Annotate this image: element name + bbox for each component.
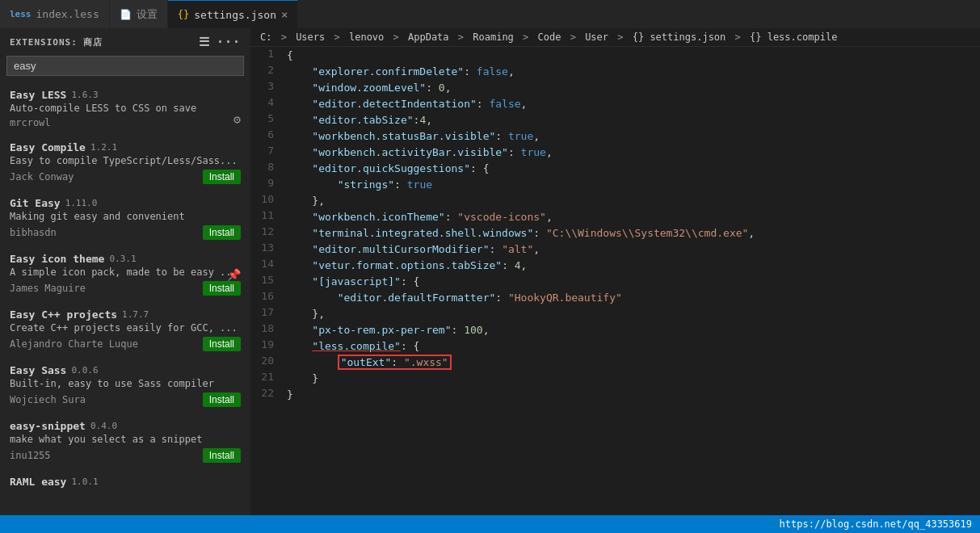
code-row-1: 1 { [250,47,980,63]
ext-name-easy-cpp: Easy C++ projects [10,308,117,321]
list-icon[interactable]: ☰ [199,35,210,49]
ext-item-raml-easy[interactable]: RAML easy 1.0.1 [0,469,250,496]
code-row-22: 22 } [250,386,980,402]
ext-footer-easy-snippet: inu1255 Install [10,448,241,463]
breadcrumb-appdata: AppData [408,31,449,43]
breadcrumb-less-compile: {} less.compile [750,31,837,43]
ext-version-easy-less: 1.6.3 [71,90,98,100]
tab-close-settings-json[interactable]: × [281,8,288,21]
line-num-16: 16 [250,289,287,305]
tab-settings-ui[interactable]: 📄 设置 [110,0,168,28]
code-row-16: 16 "editor.defaultFormatter": "HookyQR.b… [250,289,980,305]
ext-item-easy-sass[interactable]: Easy Sass 0.0.6 Built-in, easy to use Sa… [0,358,250,413]
line-code-15: "[javascript]": { [287,273,980,289]
line-num-11: 11 [250,208,287,225]
code-row-8: 8 "editor.quickSuggestions": { [250,160,980,176]
line-num-3: 3 [250,79,287,95]
line-code-10: }, [287,192,980,208]
tab-settings-json[interactable]: {} settings.json × [168,0,299,28]
line-code-5: "editor.tabSize":4, [287,111,980,128]
ext-author-easy-icon-theme: James Maguire [10,283,86,294]
ext-desc-easy-icon-theme: A simple icon pack, made to be easy ... [10,266,241,278]
editor-content[interactable]: 1 { 2 "explorer.confirmDelete": false, 3… [250,47,980,515]
line-num-7: 7 [250,144,287,160]
ext-title-row-easy-icon-theme: Easy icon theme 0.3.1 [10,253,241,265]
sidebar-header: EXTENSIONS: 商店 ☰ ··· [0,28,250,56]
code-row-13: 13 "editor.multiCursorModifier": "alt", [250,241,980,257]
ext-title-row-easy-compile: Easy Compile 1.2.1 [10,141,241,153]
ext-author-easy-cpp: Alejandro Charte Luque [10,338,138,350]
line-num-20: 20 [250,354,287,370]
json-icon: {} [178,9,189,20]
code-row-18: 18 "px-to-rem.px-per-rem": 100, [250,321,980,338]
install-button-easy-compile[interactable]: Install [203,170,241,184]
ext-version-easy-sass: 0.0.6 [71,365,98,376]
ext-item-git-easy[interactable]: Git Easy 1.11.0 Making git easy and conv… [0,191,250,246]
ext-item-easy-icon-theme[interactable]: Easy icon theme 0.3.1 A simple icon pack… [0,246,250,302]
status-url: https://blog.csdn.net/qq_43353619 [780,518,972,530]
line-num-17: 17 [250,305,287,321]
gear-icon-easy-less[interactable]: ⚙ [233,112,241,127]
line-code-19: "less.compile": { [287,338,980,354]
search-input[interactable] [6,56,244,76]
code-row-3: 3 "window.zoomLevel": 0, [250,79,980,95]
ext-name-raml-easy: RAML easy [10,476,66,488]
more-icon[interactable]: ··· [217,35,241,49]
breadcrumb-settings-json: {} settings.json [633,31,726,43]
ext-name-easy-sass: Easy Sass [10,364,66,376]
line-num-2: 2 [250,63,287,79]
ext-author-easy-sass: Wojciech Sura [10,394,86,405]
ext-version-easy-icon-theme: 0.3.1 [109,254,136,264]
sidebar-title: EXTENSIONS: 商店 [10,36,103,48]
install-button-easy-sass[interactable]: Install [203,392,241,407]
ext-footer-git-easy: bibhasdn Install [10,225,241,240]
install-button-easy-icon-theme[interactable]: Install [203,281,241,296]
ext-footer-easy-sass: Wojciech Sura Install [10,392,241,407]
line-code-17: }, [287,305,980,321]
ext-desc-easy-less: Auto-compile LESS to CSS on save [10,103,241,114]
ext-desc-easy-cpp: Create C++ projects easily for GCC, ... [10,322,241,334]
line-num-22: 22 [250,386,287,402]
install-button-easy-snippet[interactable]: Install [203,448,241,463]
line-num-18: 18 [250,321,287,338]
install-button-easy-cpp[interactable]: Install [203,337,241,351]
settings-ui-icon: 📄 [120,9,132,20]
line-code-22: } [287,386,980,402]
ext-item-easy-snippet[interactable]: easy-snippet 0.4.0 make what you select … [0,413,250,469]
line-code-2: "explorer.confirmDelete": false, [287,63,980,79]
ext-name-easy-less: Easy LESS [10,89,66,101]
line-code-18: "px-to-rem.px-per-rem": 100, [287,321,980,338]
ext-title-row-easy-cpp: Easy C++ projects 1.7.7 [10,308,241,321]
ext-title-row-raml-easy: RAML easy 1.0.1 [10,476,241,488]
ext-item-easy-cpp[interactable]: Easy C++ projects 1.7.7 Create C++ proje… [0,302,250,358]
code-row-21: 21 } [250,370,980,386]
sidebar-header-icons: ☰ ··· [199,35,241,49]
line-num-5: 5 [250,111,287,128]
ext-footer-easy-compile: Jack Conway Install [10,170,241,184]
code-row-9: 9 "strings": true [250,176,980,192]
ext-item-easy-compile[interactable]: Easy Compile 1.2.1 Easy to compile TypeS… [0,135,250,191]
line-code-21: } [287,370,980,386]
ext-version-raml-easy: 1.0.1 [71,476,98,487]
tab-bar: less index.less 📄 设置 {} settings.json × [0,0,980,28]
pin-icon-easy-icon-theme[interactable]: 📌 [227,268,241,281]
breadcrumb-code: Code [538,31,562,43]
line-code-9: "strings": true [287,176,980,192]
ext-version-git-easy: 1.11.0 [65,198,98,208]
breadcrumb-user: User [585,31,608,43]
line-code-8: "editor.quickSuggestions": { [287,160,980,176]
breadcrumb-c: C: [260,31,271,43]
breadcrumb-users: Users [296,31,325,43]
less-icon: less [10,9,32,19]
tab-index-less[interactable]: less index.less [0,0,110,28]
ext-item-easy-less[interactable]: Easy LESS 1.6.3 Auto-compile LESS to CSS… [0,82,250,135]
install-button-git-easy[interactable]: Install [203,225,241,240]
code-row-6: 6 "workbench.statusBar.visible": true, [250,128,980,144]
tab-label-index-less: index.less [36,8,99,20]
ext-author-git-easy: bibhasdn [10,227,57,238]
ext-desc-git-easy: Making git easy and convenient [10,211,241,222]
ext-version-easy-snippet: 0.4.0 [90,421,117,431]
line-code-12: "terminal.integrated.shell.windows": "C:… [287,225,980,241]
line-code-3: "window.zoomLevel": 0, [287,79,980,95]
code-row-19: 19 "less.compile": { [250,338,980,354]
